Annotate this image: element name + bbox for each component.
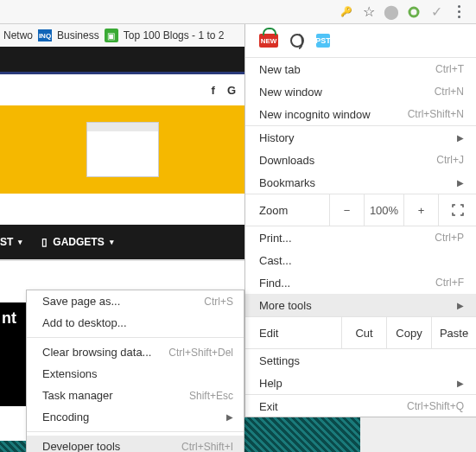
chevron-right-icon: ▶ <box>457 379 464 388</box>
shortcut: Ctrl+J <box>436 154 464 166</box>
gadgets-icon: ▯ <box>41 236 48 248</box>
chevron-down-icon: ▾ <box>110 238 114 246</box>
facebook-icon[interactable]: f <box>212 84 215 97</box>
copy-button[interactable]: Copy <box>386 317 431 348</box>
globe-icon[interactable]: ⬤ <box>384 5 398 19</box>
bookmark-item[interactable]: Business <box>57 29 99 41</box>
page-text: nt <box>0 302 26 406</box>
nav-item[interactable]: ▯GADGETS▾ <box>41 236 113 248</box>
google-icon[interactable]: G <box>227 84 236 97</box>
submenu-save-page[interactable]: Save page as...Ctrl+S <box>27 290 244 312</box>
shortcut: Ctrl+Shift+N <box>408 108 464 120</box>
shortcut: Ctrl+P <box>435 232 464 244</box>
shortcut: Shift+Esc <box>189 390 233 402</box>
extensions-row: NEW PST <box>245 24 476 57</box>
submenu-add-desktop[interactable]: Add to desktop... <box>27 312 244 334</box>
menu-new-tab[interactable]: New tabCtrl+T <box>245 58 476 80</box>
orbit-icon[interactable] <box>407 5 421 19</box>
submenu-encoding[interactable]: Encoding▶ <box>27 406 244 428</box>
menu-settings[interactable]: Settings <box>245 349 476 372</box>
paste-button[interactable]: Paste <box>431 317 476 348</box>
menu-incognito[interactable]: New incognito windowCtrl+Shift+N <box>245 103 476 125</box>
menu-exit[interactable]: ExitCtrl+Shift+Q <box>245 395 476 417</box>
chevron-down-icon: ▾ <box>18 238 22 246</box>
chevron-right-icon: ▶ <box>457 178 464 188</box>
ext-sync-icon[interactable] <box>290 34 304 48</box>
bookmark-item[interactable]: Netwo <box>3 29 33 41</box>
chevron-right-icon: ▶ <box>457 133 464 143</box>
site-nav: ST▾ ▯GADGETS▾ <box>0 225 244 259</box>
menu-icon[interactable] <box>452 3 466 21</box>
svg-point-0 <box>409 8 418 16</box>
menu-new-window[interactable]: New windowCtrl+N <box>245 80 476 103</box>
shortcut: Ctrl+Shift+Q <box>407 400 464 412</box>
blogs-icon: ▣ <box>105 29 118 42</box>
chevron-right-icon: ▶ <box>226 412 233 422</box>
submenu-developer-tools[interactable]: Developer toolsCtrl+Shift+I <box>27 436 244 452</box>
zoom-percent: 100% <box>364 194 403 226</box>
edit-label: Edit <box>245 327 341 340</box>
menu-more-tools[interactable]: More tools▶ <box>245 294 476 316</box>
zoom-in-button[interactable]: + <box>403 194 438 226</box>
zoom-out-button[interactable]: − <box>329 194 364 226</box>
cut-button[interactable]: Cut <box>341 317 386 348</box>
menu-bookmarks[interactable]: Bookmarks▶ <box>245 171 476 194</box>
menu-print[interactable]: Print...Ctrl+P <box>245 226 476 249</box>
shortcut: Ctrl+T <box>435 63 464 75</box>
submenu-extensions[interactable]: Extensions <box>27 363 244 385</box>
chrome-main-menu: NEW PST New tabCtrl+T New windowCtrl+N N… <box>244 24 476 417</box>
ext-new-icon[interactable]: NEW <box>259 34 278 48</box>
fullscreen-button[interactable] <box>438 194 476 226</box>
key-icon[interactable]: 🔑 <box>340 5 353 19</box>
check-icon[interactable]: ✓ <box>429 5 443 19</box>
menu-history[interactable]: History▶ <box>245 126 476 149</box>
nav-item[interactable]: ST▾ <box>0 236 22 248</box>
inq-icon: INQ <box>38 29 52 41</box>
bookmark-item[interactable]: Top 100 Blogs - 1 to 2 <box>124 29 225 41</box>
more-tools-submenu: Save page as...Ctrl+S Add to desktop... … <box>26 290 244 452</box>
submenu-clear-data[interactable]: Clear browsing data...Ctrl+Shift+Del <box>27 341 244 363</box>
browser-toolbar: 🔑 ☆ ⬤ ✓ <box>0 0 476 24</box>
shortcut: Ctrl+Shift+I <box>181 441 233 453</box>
zoom-label: Zoom <box>245 204 329 217</box>
menu-downloads[interactable]: DownloadsCtrl+J <box>245 149 476 171</box>
menu-cast[interactable]: Cast... <box>245 249 476 271</box>
submenu-task-manager[interactable]: Task managerShift+Esc <box>27 385 244 406</box>
ext-pst-icon[interactable]: PST <box>316 34 330 48</box>
shortcut: Ctrl+N <box>435 86 464 98</box>
menu-find[interactable]: Find...Ctrl+F <box>245 271 476 294</box>
menu-help[interactable]: Help▶ <box>245 372 476 394</box>
bookmarks-bar: Netwo INQ Business ▣ Top 100 Blogs - 1 t… <box>0 24 244 47</box>
star-icon[interactable]: ☆ <box>362 5 376 19</box>
menu-zoom: Zoom − 100% + <box>245 194 476 226</box>
shortcut: Ctrl+S <box>204 296 233 308</box>
footer-strip <box>244 417 476 452</box>
shortcut: Ctrl+Shift+Del <box>168 347 233 359</box>
shortcut: Ctrl+F <box>435 277 464 289</box>
window-thumbnail <box>86 122 159 177</box>
chevron-right-icon: ▶ <box>457 301 464 310</box>
menu-edit-row: Edit Cut Copy Paste <box>245 316 476 349</box>
